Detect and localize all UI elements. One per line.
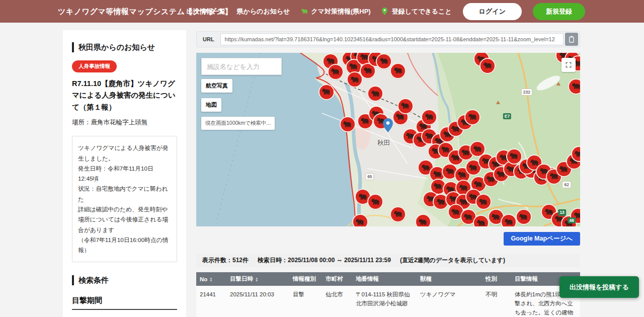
bear-sighting-marker[interactable] xyxy=(348,72,362,87)
nav-register-benefits[interactable]: 登録してできること xyxy=(382,7,452,16)
nav-prefecture-news[interactable]: 県からのお知らせ xyxy=(236,7,290,16)
bear-icon xyxy=(441,145,450,154)
bear-icon xyxy=(445,167,455,176)
column-header-address: 地番情報 xyxy=(352,275,417,283)
sighting-map[interactable]: 232E762651346 秋田 航空写真 地図 現在画面1000kmで検索中.… xyxy=(196,53,580,226)
notice-line: （令和7年11月10日16:00時点の情報） xyxy=(78,235,171,256)
bear-sighting-marker[interactable] xyxy=(431,180,445,194)
cell-type: 目撃 xyxy=(289,286,322,317)
bear-icon xyxy=(418,217,428,226)
bear-sighting-marker[interactable] xyxy=(461,210,475,224)
bear-icon xyxy=(379,56,389,66)
url-label: URL xyxy=(197,36,220,42)
notice-place: 場所：鹿角市花輪字上頭無 xyxy=(72,118,177,127)
bear-icon xyxy=(343,120,352,129)
column-header-no[interactable]: No▲▼ xyxy=(196,276,226,282)
data-range-note: (直近2週間のデータを表示しています) xyxy=(400,256,505,265)
bear-icon xyxy=(491,212,501,222)
login-button[interactable]: ログイン xyxy=(463,3,522,20)
bear-sighting-marker[interactable] xyxy=(465,110,479,124)
fullscreen-button[interactable] xyxy=(561,58,576,72)
column-label: 情報種別 xyxy=(293,275,316,283)
bear-sighting-marker[interactable] xyxy=(430,167,444,181)
bear-sighting-marker[interactable] xyxy=(368,87,382,101)
bear-sighting-marker[interactable] xyxy=(466,161,480,175)
bear-sighting-marker[interactable] xyxy=(470,142,485,156)
bear-sighting-marker[interactable] xyxy=(391,207,405,221)
bear-icon xyxy=(483,61,493,70)
bear-sighting-marker[interactable] xyxy=(507,149,521,164)
sort-icon: ▲▼ xyxy=(209,277,212,282)
bear-icon xyxy=(519,212,528,222)
aerial-view-button[interactable]: 航空写真 xyxy=(201,79,232,93)
bear-sighting-marker[interactable] xyxy=(474,216,488,226)
sighting-period-heading: 目撃期間 xyxy=(72,296,177,310)
selected-location-pin[interactable] xyxy=(383,118,393,132)
bear-sighting-marker[interactable] xyxy=(391,64,405,78)
bear-sighting-marker[interactable] xyxy=(489,210,503,224)
result-summary-bar: 表示件数：512件 検索日時：2025/11/08 00:00 ～ 2025/1… xyxy=(196,254,580,267)
signup-button[interactable]: 新規登録 xyxy=(533,3,585,20)
city-label-akita: 秋田 xyxy=(377,139,390,147)
google-map-row: Google Mapページへ xyxy=(196,232,580,246)
column-header-datetime[interactable]: 目撃日時▲▼ xyxy=(226,275,289,283)
bear-sighting-marker[interactable] xyxy=(341,117,355,131)
bear-sighting-marker[interactable] xyxy=(517,210,531,224)
bear-icon xyxy=(301,8,308,15)
bear-sighting-marker[interactable] xyxy=(569,80,580,94)
cell-sex: 不明 xyxy=(482,286,511,317)
column-header-city: 市町村 xyxy=(322,275,352,283)
nav-prefecture-news-label: 県からのお知らせ xyxy=(236,7,290,16)
route-shield: 232 xyxy=(521,89,532,96)
bear-sighting-marker[interactable] xyxy=(434,195,448,209)
cell-no: 21441 xyxy=(196,286,226,317)
share-url-input[interactable] xyxy=(220,33,564,45)
bear-icon xyxy=(350,75,360,85)
bear-icon xyxy=(400,101,410,111)
bear-icon xyxy=(360,116,370,126)
bear-sighting-marker[interactable] xyxy=(398,99,413,113)
route-shield: 65 xyxy=(365,173,374,180)
column-header-type: 情報種別 xyxy=(289,275,322,283)
google-map-button[interactable]: Google Mapページへ xyxy=(504,232,580,246)
post-sighting-button[interactable]: 出没情報を投稿する xyxy=(559,276,639,298)
bear-sighting-marker[interactable] xyxy=(319,85,334,99)
bear-sighting-marker[interactable] xyxy=(449,205,463,219)
kumadas-app: ツキノワグマ等情報マップシステム【クマダス】 出没情報一覧 県からのお知らせ ク… xyxy=(0,0,644,317)
bear-sighting-marker[interactable] xyxy=(471,177,486,191)
bear-sighting-marker[interactable] xyxy=(361,64,375,78)
table-row[interactable]: 21441 2025/11/11 20:03 目撃 仙北市 〒014-1115 … xyxy=(196,286,580,317)
bear-sighting-marker[interactable] xyxy=(377,54,391,68)
bear-sighting-marker[interactable] xyxy=(443,165,457,179)
bear-sighting-marker[interactable] xyxy=(368,195,382,209)
bear-sighting-marker[interactable] xyxy=(480,59,495,73)
bear-icon xyxy=(349,62,358,71)
map-search-input[interactable] xyxy=(201,58,282,75)
top-bar: ツキノワグマ等情報マップシステム【クマダス】 出没情報一覧 県からのお知らせ ク… xyxy=(0,0,644,23)
bear-icon xyxy=(473,180,483,189)
bear-icon xyxy=(433,170,442,179)
bear-sighting-marker[interactable] xyxy=(353,215,367,226)
result-count: 表示件数：512件 xyxy=(202,256,249,265)
sighting-table-header: No▲▼ 目撃日時▲▼ 情報種別 市町村 地番情報 獣種 性別 目撃情報 xyxy=(196,272,580,286)
bear-sighting-marker[interactable] xyxy=(416,215,430,226)
cell-address: 〒014-1115 秋田県仙北市田沢湖小松城廻 xyxy=(352,286,417,317)
column-header-sex: 性別 xyxy=(482,275,511,283)
nav-bear-countermeasures[interactable]: クマ対策情報(県HP) xyxy=(301,7,370,16)
bear-icon xyxy=(363,66,373,75)
bear-sighting-marker[interactable] xyxy=(422,110,436,124)
bear-icon xyxy=(559,165,569,174)
nav-bear-countermeasures-label: クマ対策情報(県HP) xyxy=(311,7,370,16)
cell-datetime: 2025/11/11 20:03 xyxy=(226,286,289,317)
nav-register-benefits-label: 登録してできること xyxy=(392,7,452,16)
notice-title-link[interactable]: R7.11.10【鹿角市】ツキノワグマによる人身被害の発生について（第１報） xyxy=(72,78,177,114)
copy-url-button[interactable] xyxy=(565,33,578,46)
bear-sighting-marker[interactable] xyxy=(329,65,343,79)
nav-sighting-list-label: 出没情報一覧 xyxy=(186,7,225,16)
bear-sighting-marker[interactable] xyxy=(356,190,370,204)
map-view-button[interactable]: 地図 xyxy=(201,98,221,112)
bear-icon xyxy=(574,149,580,159)
bear-sighting-marker[interactable] xyxy=(502,215,516,226)
bear-sighting-marker[interactable] xyxy=(476,195,491,209)
nav-sighting-list[interactable]: 出没情報一覧 xyxy=(186,7,225,16)
